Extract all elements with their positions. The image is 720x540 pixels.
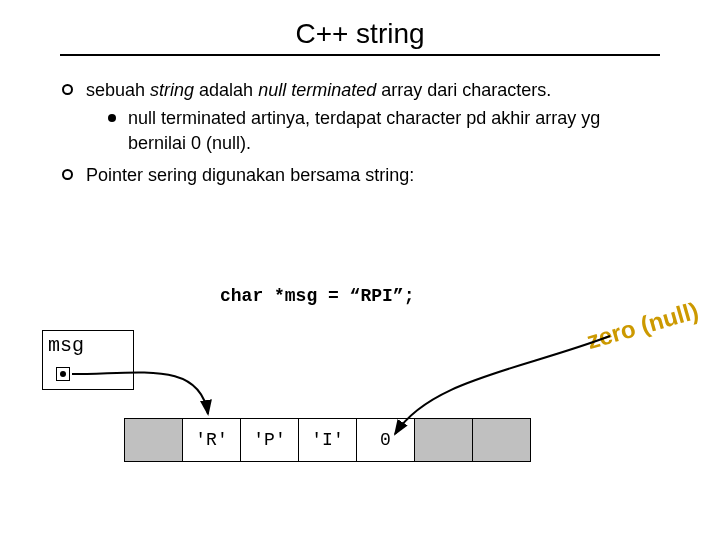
array-cell-2: 'P' [240,418,299,462]
sub-bullet-1: null terminated artinya, terdapat charac… [106,106,660,155]
char-array: 'R' 'P' 'I' 0 [125,418,531,462]
array-cell-4: 0 [356,418,415,462]
bullet-1-text-b: adalah [194,80,258,100]
msg-pointer-dot [60,371,66,377]
code-snippet: char *msg = “RPI”; [220,286,414,306]
array-cell-6 [472,418,531,462]
bullet-1-text-a: sebuah [86,80,150,100]
array-cell-0 [124,418,183,462]
title-underline [60,54,660,56]
bullet-list: sebuah string adalah null terminated arr… [60,78,660,187]
bullet-2: Pointer sering digunakan bersama string: [60,163,660,187]
bullet-1-italic-2: null terminated [258,80,376,100]
msg-label: msg [48,334,84,357]
bullet-1: sebuah string adalah null terminated arr… [60,78,660,155]
array-cell-5 [414,418,473,462]
bullet-1-italic-1: string [150,80,194,100]
slide-title: C++ string [0,0,720,50]
bullet-1-text-c: array dari characters. [376,80,551,100]
array-cell-1: 'R' [182,418,241,462]
slide-body: sebuah string adalah null terminated arr… [60,78,660,187]
zero-null-annotation: zero (null) [584,297,702,356]
array-cell-3: 'I' [298,418,357,462]
sub-bullet-list: null terminated artinya, terdapat charac… [106,106,660,155]
slide: C++ string sebuah string adalah null ter… [0,0,720,540]
